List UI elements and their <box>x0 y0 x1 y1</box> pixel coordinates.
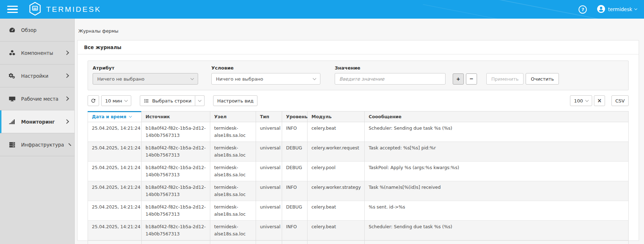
panel-title: Все журналы <box>78 40 639 54</box>
sidebar-item-settings[interactable]: Настройки <box>0 64 74 87</box>
cell-source: b18a0f42-f82c-1b5a-2d12-14b0b7567313 <box>142 162 210 181</box>
sidebar-item-workplaces[interactable]: Рабочие места <box>0 87 74 110</box>
top-header-bar: TERMIDESK ? termidesk <box>0 0 644 19</box>
select-rows-caret-button[interactable] <box>195 95 205 106</box>
table-row[interactable]: 25.04.2025, 14:21:24 b18a0f42-f82c-1b5a-… <box>88 162 629 181</box>
apply-filter-button[interactable]: Применить <box>486 73 523 85</box>
cell-module: celery.worker.strategy <box>308 181 365 201</box>
chevron-down-icon <box>191 76 194 80</box>
reset-page-size-button[interactable]: × <box>594 95 605 106</box>
log-table-body: 25.04.2025, 14:21:24 b18a0f42-f82c-1b5a-… <box>88 122 629 244</box>
column-header-source[interactable]: Источник <box>142 111 210 122</box>
cell-module: celery.worker.request <box>308 142 365 162</box>
cell-datetime: 25.04.2025, 14:21:23 <box>88 240 142 244</box>
minus-icon: − <box>470 76 473 83</box>
sidebar-item-label: Мониторинг <box>21 119 55 125</box>
column-header-message[interactable]: Соообщение <box>365 111 629 122</box>
table-row[interactable]: 25.04.2025, 14:21:24 b18a0f42-f82c-1b5a-… <box>88 142 629 162</box>
cell-module: uds.core.util.request <box>308 240 365 244</box>
sort-desc-icon <box>129 115 132 118</box>
user-name: termidesk <box>608 6 632 12</box>
termidesk-logo-icon <box>29 2 41 17</box>
select-rows-button[interactable]: Выбрать строки <box>140 95 195 106</box>
cell-level: DEBUG <box>282 162 308 181</box>
close-icon: × <box>597 97 602 104</box>
cell-type: universal <box>256 122 282 142</box>
chevron-right-icon <box>68 143 71 146</box>
table-row[interactable]: 25.04.2025, 14:21:24 b18a0f42-f82c-1b5a-… <box>88 201 629 221</box>
page-size-value: 100 <box>574 98 583 104</box>
cell-message: Scheduler: Sending due task %s (%s) <box>365 221 629 240</box>
column-header-type[interactable]: Тип <box>256 111 282 122</box>
gauge-icon <box>8 27 16 34</box>
sidebar-item-infrastructure[interactable]: Инфраструктура <box>0 133 74 156</box>
value-input[interactable] <box>339 76 441 82</box>
cell-datetime: 25.04.2025, 14:21:24 <box>88 181 142 201</box>
remove-filter-button[interactable]: − <box>466 73 477 85</box>
help-button[interactable]: ? <box>579 5 587 14</box>
cell-module: celery.beat <box>308 221 365 240</box>
cell-source: b18a0f42-f82c-1b5a-2d12-14b0b7567313 <box>142 201 210 221</box>
server-icon <box>8 141 16 148</box>
attribute-label: Атрибут <box>93 65 198 71</box>
chevron-right-icon <box>64 51 69 55</box>
cell-node: termidesk-alse18s.sa.loc <box>210 201 256 221</box>
chevron-down-icon <box>198 98 202 102</box>
header-decor-line <box>423 4 529 19</box>
table-row[interactable]: 25.04.2025, 14:21:24 b18a0f42-f82c-1b5a-… <box>88 122 629 142</box>
cell-level: DEBUG <box>282 201 308 221</box>
cell-module: celery.beat <box>308 122 365 142</box>
column-header-node[interactable]: Узел <box>210 111 256 122</box>
table-row[interactable]: 25.04.2025, 14:21:24 b18a0f42-f82c-1b5a-… <box>88 181 629 201</box>
configure-view-button[interactable]: Настроить вид <box>213 95 257 106</box>
list-icon <box>144 98 149 104</box>
cell-type: universal <box>256 162 282 181</box>
condition-select[interactable]: Ничего не выбрано <box>211 73 320 85</box>
desktop-icon <box>8 95 16 102</box>
export-csv-button[interactable]: CSV <box>611 95 629 106</box>
cell-datetime: 25.04.2025, 14:21:24 <box>88 221 142 240</box>
interval-select[interactable]: 10 мин <box>101 95 131 106</box>
attribute-select-value: Ничего не выбрано <box>97 76 144 82</box>
cell-node: termidesk-alse18s.sa.loc <box>210 162 256 181</box>
chevron-down-icon <box>313 76 316 80</box>
table-row[interactable]: 25.04.2025, 14:21:24 b18a0f42-f82c-1b5a-… <box>88 221 629 240</box>
value-label: Значение <box>335 65 446 71</box>
cell-node: termidesk-alse18s.sa.loc <box>210 142 256 162</box>
cell-type: universal <box>256 221 282 240</box>
cell-message: TaskPool: Apply %s (args:%s kwargs:%s) <box>365 162 629 181</box>
cell-module: celery.pool <box>308 162 365 181</box>
main-content: Журналы фермы Все журналы Атрибут Ничего… <box>75 19 644 244</box>
logs-table: Дата и время Источник Узел Тип Уровень М… <box>88 111 629 244</box>
sidebar-item-overview[interactable]: Обзор <box>0 19 74 42</box>
attribute-select[interactable]: Ничего не выбрано <box>93 73 198 85</box>
refresh-button[interactable] <box>88 95 99 106</box>
cell-datetime: 25.04.2025, 14:21:24 <box>88 142 142 162</box>
clear-filter-button[interactable]: Очистить <box>526 73 559 85</box>
condition-select-value: Ничего не выбрано <box>216 76 263 82</box>
cell-source: b18a0f42-f82c-1b5a-2d12-14b0b7567313 <box>142 240 210 244</box>
page-size-select[interactable]: 100 <box>570 95 592 106</box>
cell-node: termidesk-alse18s.sa.loc <box>210 221 256 240</box>
sidebar-item-label: Рабочие места <box>21 96 58 102</box>
table-row[interactable]: 25.04.2025, 14:21:23 b18a0f42-f82c-1b5a-… <box>88 240 629 244</box>
column-header-level[interactable]: Уровень <box>282 111 308 122</box>
question-mark-icon: ? <box>581 7 584 12</box>
column-header-datetime[interactable]: Дата и время <box>88 111 142 122</box>
column-header-module[interactable]: Модуль <box>308 111 365 122</box>
add-filter-button[interactable]: + <box>453 73 464 85</box>
sidebar-item-label: Инфраструктура <box>21 142 64 148</box>
gears-icon <box>8 72 16 80</box>
cell-node: termidesk-alse18s.sa.loc <box>210 122 256 142</box>
cell-type: universal <box>256 240 282 244</box>
cell-datetime: 25.04.2025, 14:21:24 <box>88 201 142 221</box>
sidebar-item-components[interactable]: Компоненты <box>0 42 74 64</box>
brand-logo[interactable]: TERMIDESK <box>29 2 101 17</box>
cell-source: b18a0f42-f82c-1b5a-2d12-14b0b7567313 <box>142 142 210 162</box>
cell-module: celery.beat <box>308 201 365 221</box>
menu-toggle-button[interactable] <box>7 6 18 13</box>
user-menu[interactable]: termidesk <box>597 5 637 14</box>
sidebar-item-monitoring[interactable]: Мониторинг <box>0 110 74 133</box>
cell-message: Task accepted: %s[%s] pid:%r <box>365 142 629 162</box>
chevron-down-icon <box>634 7 637 10</box>
